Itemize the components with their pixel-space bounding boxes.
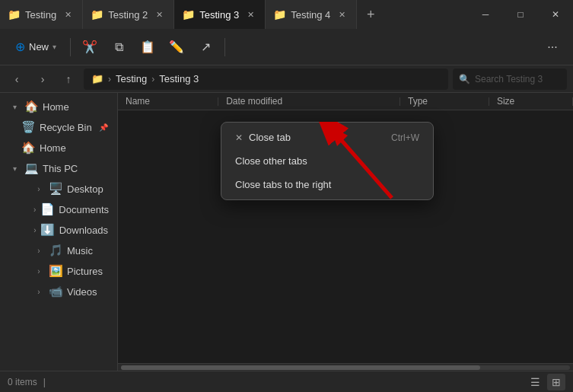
copy-button[interactable]: ⧉ bbox=[106, 34, 132, 60]
up-button[interactable]: ↑ bbox=[58, 69, 79, 90]
recycle-bin-icon: 🗑️ bbox=[21, 120, 35, 134]
view-grid-button[interactable]: ⊞ bbox=[547, 374, 565, 390]
col-header-name[interactable]: Name bbox=[118, 93, 218, 110]
this-pc-icon: 💻 bbox=[24, 161, 38, 175]
share-icon: ↗ bbox=[201, 40, 211, 54]
path-separator-1: › bbox=[108, 74, 111, 84]
sidebar-music-label: Music bbox=[67, 245, 93, 257]
close-button[interactable]: ✕ bbox=[538, 0, 573, 29]
up-icon: ↑ bbox=[66, 73, 72, 85]
ctx-close-other-tabs-left: Close other tabs bbox=[235, 155, 307, 167]
search-icon: 🔍 bbox=[459, 74, 470, 84]
ctx-close-other-tabs[interactable]: Close other tabs bbox=[224, 149, 430, 173]
downloads-chevron-icon: › bbox=[33, 225, 37, 235]
forward-button[interactable]: › bbox=[32, 69, 53, 90]
path-separator-2: › bbox=[151, 74, 154, 84]
scrollbar-container bbox=[118, 363, 573, 371]
sidebar-home-sub-label: Home bbox=[40, 142, 66, 154]
tab-testing-close[interactable]: ✕ bbox=[61, 8, 75, 21]
rename-button[interactable]: ✏️ bbox=[164, 34, 189, 60]
tab-testing4-label: Testing 4 bbox=[291, 9, 330, 21]
path-segment-1[interactable]: Testing bbox=[116, 73, 147, 84]
window-controls: ─ □ ✕ bbox=[468, 0, 573, 29]
sidebar-this-pc-label: This PC bbox=[43, 163, 78, 174]
sidebar-documents-label: Documents bbox=[59, 204, 109, 215]
home-header-icon: 🏠 bbox=[24, 100, 38, 113]
sidebar-item-home-sub[interactable]: 🏠 Home bbox=[3, 138, 114, 158]
music-icon: 🎵 bbox=[49, 244, 62, 257]
sidebar-item-downloads[interactable]: › ⬇️ Downloads bbox=[3, 220, 114, 240]
pictures-icon: 🖼️ bbox=[49, 264, 62, 278]
status-separator: | bbox=[43, 377, 46, 387]
address-path[interactable]: 📁 › Testing › Testing 3 bbox=[84, 69, 448, 90]
music-chevron-icon: › bbox=[33, 245, 44, 256]
maximize-button[interactable]: □ bbox=[503, 0, 538, 29]
tab-testing2[interactable]: 📁 Testing 2 ✕ bbox=[83, 0, 174, 29]
tab-testing4-close[interactable]: ✕ bbox=[335, 8, 349, 21]
tab-testing3-label: Testing 3 bbox=[199, 9, 239, 21]
view-list-icon: ☰ bbox=[530, 376, 540, 388]
sidebar-item-videos[interactable]: › 📹 Videos bbox=[3, 282, 114, 301]
sidebar-item-this-pc[interactable]: ▾ 💻 This PC bbox=[3, 158, 114, 178]
tab-testing4-icon: 📁 bbox=[273, 8, 286, 21]
col-header-size[interactable]: Size bbox=[489, 93, 573, 110]
downloads-icon: ⬇️ bbox=[41, 223, 55, 237]
tab-testing-label: Testing bbox=[25, 9, 56, 21]
tab-testing2-close[interactable]: ✕ bbox=[152, 8, 166, 21]
new-chevron-icon: ▾ bbox=[53, 43, 56, 51]
tab-testing[interactable]: 📁 Testing ✕ bbox=[0, 0, 83, 29]
sidebar-item-pictures[interactable]: › 🖼️ Pictures bbox=[3, 261, 114, 281]
more-options-button[interactable]: ··· bbox=[540, 34, 565, 60]
home-sub-icon: 🏠 bbox=[21, 141, 35, 155]
cut-button[interactable]: ✂️ bbox=[77, 34, 103, 60]
view-list-button[interactable]: ☰ bbox=[526, 374, 544, 390]
status-count: 0 items bbox=[8, 377, 37, 387]
view-grid-icon: ⊞ bbox=[552, 376, 561, 388]
pin-icon: 📌 bbox=[99, 123, 108, 132]
ctx-close-tab-shortcut: Ctrl+W bbox=[391, 132, 419, 143]
paste-button[interactable]: 📋 bbox=[135, 34, 161, 60]
sidebar-item-home-header[interactable]: ▾ 🏠 Home bbox=[3, 97, 114, 116]
sidebar-item-music[interactable]: › 🎵 Music bbox=[3, 241, 114, 260]
col-header-type[interactable]: Type bbox=[400, 93, 489, 110]
minimize-button[interactable]: ─ bbox=[468, 0, 503, 29]
search-box[interactable]: 🔍 Search Testing 3 bbox=[453, 69, 567, 90]
tab-testing4[interactable]: 📁 Testing 4 ✕ bbox=[266, 0, 357, 29]
sidebar-item-recycle-bin[interactable]: 🗑️ Recycle Bin 📌 bbox=[3, 117, 114, 137]
tab-testing-icon: 📁 bbox=[8, 8, 21, 21]
add-tab-button[interactable]: + bbox=[357, 0, 384, 29]
toolbar-separator-1 bbox=[70, 38, 71, 56]
back-button[interactable]: ‹ bbox=[6, 69, 27, 90]
col-header-date[interactable]: Date modified bbox=[218, 93, 400, 110]
ctx-close-tab-label: Close tab bbox=[249, 132, 291, 143]
documents-icon: 📄 bbox=[40, 202, 54, 216]
sidebar-item-documents[interactable]: › 📄 Documents bbox=[3, 199, 114, 219]
sidebar-home-label: Home bbox=[43, 101, 69, 113]
home-chevron-icon: ▾ bbox=[9, 101, 20, 112]
desktop-chevron-icon: › bbox=[33, 183, 44, 194]
rename-icon: ✏️ bbox=[169, 40, 184, 54]
share-button[interactable]: ↗ bbox=[193, 34, 218, 60]
ctx-close-tabs-right[interactable]: Close tabs to the right bbox=[224, 173, 430, 196]
scroll-track[interactable] bbox=[121, 365, 570, 370]
sidebar-desktop-label: Desktop bbox=[67, 183, 103, 195]
ctx-close-tab[interactable]: ✕ Close tab Ctrl+W bbox=[224, 126, 430, 149]
path-segment-2[interactable]: Testing 3 bbox=[159, 73, 199, 84]
paste-icon: 📋 bbox=[140, 40, 155, 54]
new-button[interactable]: ⊕ New ▾ bbox=[8, 36, 64, 58]
sidebar-downloads-label: Downloads bbox=[59, 225, 108, 236]
cut-icon: ✂️ bbox=[82, 40, 97, 54]
context-menu: ✕ Close tab Ctrl+W Close other tabs Clos… bbox=[221, 122, 434, 200]
sidebar-item-desktop[interactable]: › 🖥️ Desktop bbox=[3, 179, 114, 199]
horizontal-scrollbar[interactable] bbox=[118, 363, 573, 371]
tab-testing3[interactable]: 📁 Testing 3 ✕ bbox=[174, 0, 266, 29]
tab-testing2-label: Testing 2 bbox=[108, 9, 148, 21]
scroll-thumb[interactable] bbox=[121, 365, 480, 370]
ctx-close-other-tabs-label: Close other tabs bbox=[235, 155, 307, 167]
ctx-close-tabs-right-left: Close tabs to the right bbox=[235, 179, 331, 190]
forward-icon: › bbox=[41, 73, 45, 85]
tab-testing3-close[interactable]: ✕ bbox=[244, 8, 257, 21]
search-placeholder-text: Search Testing 3 bbox=[475, 74, 543, 84]
tab-testing2-icon: 📁 bbox=[91, 8, 103, 21]
desktop-icon: 🖥️ bbox=[49, 182, 62, 196]
